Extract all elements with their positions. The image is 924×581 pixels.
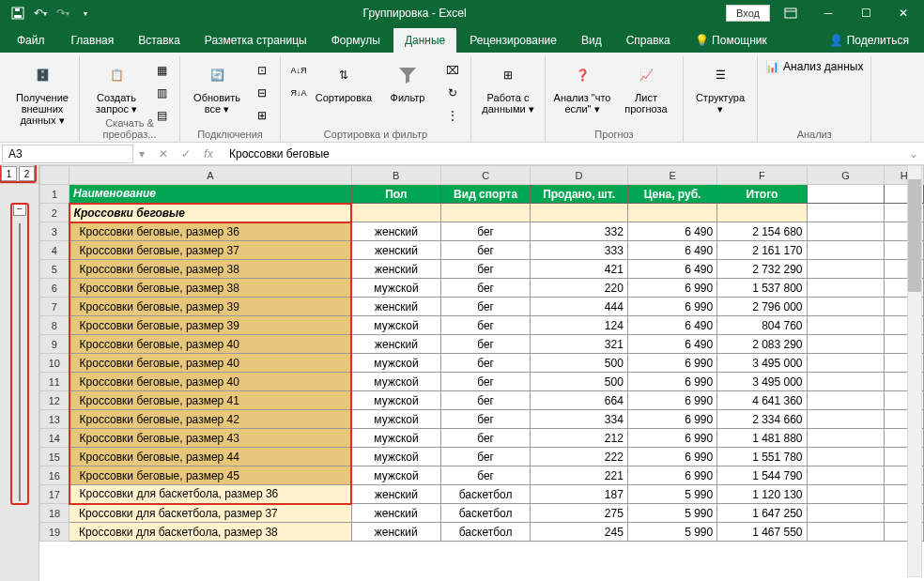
cell[interactable]: 5 990 (627, 485, 716, 504)
namebox-dropdown-icon[interactable]: ▾ (139, 147, 145, 161)
cell[interactable] (807, 260, 885, 279)
cell[interactable]: 6 990 (627, 391, 716, 410)
cell[interactable]: бег (440, 354, 530, 373)
cell[interactable]: мужской (351, 466, 440, 485)
cell[interactable]: 6 490 (627, 260, 716, 279)
cell[interactable]: 500 (531, 373, 628, 391)
scrollbar-thumb[interactable] (908, 179, 921, 292)
cell[interactable]: 1 481 880 (717, 429, 807, 448)
cell[interactable]: 6 490 (627, 241, 716, 260)
cell[interactable]: Итого (717, 185, 807, 204)
data-tools-button[interactable]: ⊞Работа с данными ▾ (479, 60, 537, 115)
cell[interactable] (807, 316, 885, 335)
save-icon[interactable] (8, 3, 28, 23)
cell[interactable] (807, 485, 885, 504)
cell[interactable]: женский (351, 523, 440, 542)
cell[interactable]: бег (440, 260, 530, 279)
cell[interactable]: 333 (531, 241, 628, 260)
cell[interactable] (807, 373, 885, 391)
cell[interactable]: женский (351, 222, 440, 241)
maximize-icon[interactable]: ☐ (849, 0, 883, 26)
undo-icon[interactable]: ↶▾ (30, 3, 51, 23)
tab-insert[interactable]: Вставка (127, 28, 192, 53)
login-button[interactable]: Вход (726, 5, 770, 22)
cell[interactable]: 6 990 (627, 429, 716, 448)
cell[interactable]: 6 990 (627, 279, 716, 298)
cell[interactable]: Кроссовки беговые, размер 41 (69, 391, 352, 410)
cell[interactable] (807, 391, 885, 410)
cell[interactable]: 1 544 790 (717, 466, 807, 485)
row-header-12[interactable]: 12 (40, 391, 69, 410)
row-header-16[interactable]: 16 (40, 466, 69, 485)
cell[interactable]: бег (440, 466, 530, 485)
col-header-G[interactable]: G (807, 166, 885, 185)
cell[interactable]: бег (440, 410, 530, 429)
cell[interactable]: 5 990 (627, 504, 716, 523)
tab-layout[interactable]: Разметка страницы (193, 28, 318, 53)
cell[interactable] (531, 204, 628, 222)
clear-filter-icon[interactable]: ⌧ (442, 60, 463, 81)
cell[interactable]: 2 334 660 (717, 410, 807, 429)
properties-icon[interactable]: ⊟ (252, 83, 272, 103)
cell[interactable]: 444 (531, 298, 628, 316)
tab-help[interactable]: Справка (615, 28, 682, 53)
cell[interactable]: Вид спорта (440, 185, 530, 204)
cell[interactable]: женский (351, 335, 440, 354)
cell[interactable]: бег (440, 429, 530, 448)
cell[interactable]: бег (440, 241, 530, 260)
refresh-all-button[interactable]: 🔄Обновить все ▾ (188, 60, 246, 115)
cell[interactable]: 1 647 250 (717, 504, 807, 523)
cell[interactable] (440, 204, 530, 222)
cell[interactable]: женский (351, 298, 440, 316)
col-header-A[interactable]: A (69, 166, 352, 185)
cell[interactable]: Кроссовки беговые, размер 45 (69, 466, 352, 485)
tab-formulas[interactable]: Формулы (320, 28, 392, 53)
cell[interactable] (807, 504, 885, 523)
cell[interactable] (627, 204, 716, 222)
row-header-4[interactable]: 4 (40, 241, 69, 260)
cell[interactable]: Кроссовки для баскетбола, размер 38 (69, 523, 352, 542)
cell[interactable] (807, 298, 885, 316)
cell[interactable] (807, 429, 885, 448)
name-box[interactable] (2, 145, 133, 163)
cell[interactable]: 334 (531, 410, 628, 429)
sort-za-icon[interactable]: Я↓А (288, 83, 309, 103)
cell[interactable]: 6 490 (627, 335, 716, 354)
cell[interactable]: Кроссовки для баскетбола, размер 37 (69, 504, 352, 523)
tab-file[interactable]: Файл (4, 28, 58, 53)
cell[interactable]: бег (440, 448, 530, 466)
cell[interactable]: 6 990 (627, 354, 716, 373)
cell[interactable]: 664 (531, 391, 628, 410)
cell[interactable]: бег (440, 316, 530, 335)
cell[interactable]: 1 537 800 (717, 279, 807, 298)
vertical-scrollbar[interactable] (907, 165, 922, 577)
cell[interactable]: 804 760 (717, 316, 807, 335)
cell[interactable]: женский (351, 260, 440, 279)
cell[interactable]: Кроссовки беговые, размер 44 (69, 448, 352, 466)
cell[interactable]: мужской (351, 410, 440, 429)
cell[interactable]: мужской (351, 373, 440, 391)
forecast-button[interactable]: 📈Лист прогноза (617, 60, 675, 115)
row-header-5[interactable]: 5 (40, 260, 69, 279)
cell[interactable]: 1 551 780 (717, 448, 807, 466)
row-header-18[interactable]: 18 (40, 504, 69, 523)
what-if-button[interactable]: ❓Анализ "что если" ▾ (553, 60, 611, 115)
cell[interactable]: 6 990 (627, 466, 716, 485)
cell[interactable]: женский (351, 241, 440, 260)
cell[interactable]: 6 990 (627, 298, 716, 316)
show-queries-icon[interactable]: ▦ (151, 60, 172, 81)
cell[interactable]: 221 (531, 466, 628, 485)
cell[interactable]: Кроссовки беговые, размер 36 (69, 222, 352, 241)
cell[interactable]: Кроссовки беговые, размер 39 (69, 298, 352, 316)
row-header-3[interactable]: 3 (40, 222, 69, 241)
cell[interactable]: 3 495 000 (717, 373, 807, 391)
cell[interactable]: 1 467 550 (717, 523, 807, 542)
row-header-2[interactable]: 2 (40, 204, 69, 222)
connections-icon[interactable]: ⊡ (252, 60, 272, 81)
cell[interactable] (807, 354, 885, 373)
from-table-icon[interactable]: ▥ (151, 83, 172, 103)
fx-icon[interactable]: fx (199, 145, 218, 163)
row-header-13[interactable]: 13 (40, 410, 69, 429)
cell[interactable]: 275 (531, 504, 628, 523)
cell[interactable]: 4 641 360 (717, 391, 807, 410)
